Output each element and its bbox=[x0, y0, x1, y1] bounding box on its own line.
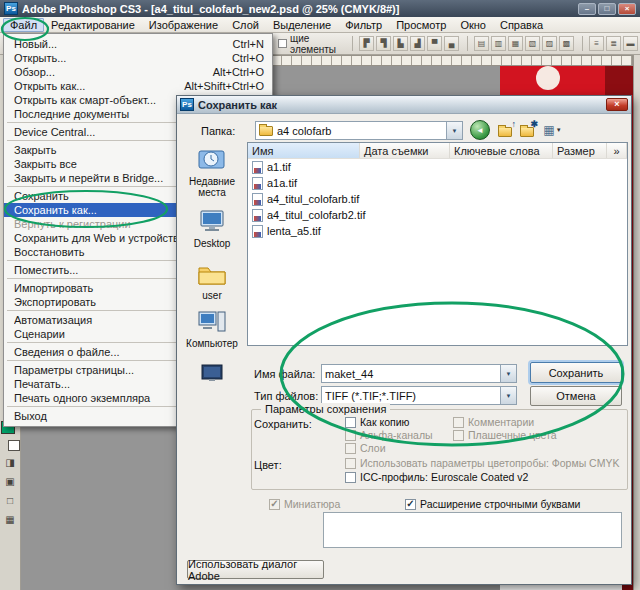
file-row[interactable]: a4_titul_colofarb2.tif bbox=[248, 207, 627, 223]
new-folder-icon[interactable]: ✱ bbox=[518, 120, 538, 140]
background-color-swatch[interactable] bbox=[8, 440, 20, 451]
place-label: user bbox=[202, 290, 221, 301]
menu-select[interactable]: Выделение bbox=[266, 18, 338, 32]
column-keywords[interactable]: Ключевые слова bbox=[450, 143, 553, 158]
save-button[interactable]: Сохранить bbox=[530, 362, 622, 383]
filetype-value: TIFF (*.TIF;*.TIFF) bbox=[325, 390, 500, 402]
align-icon[interactable]: ▙ bbox=[393, 36, 408, 51]
quick-mask-icon[interactable]: ◨ bbox=[2, 455, 19, 472]
as-copy-checkbox[interactable]: Как копию bbox=[345, 416, 409, 428]
filename-input[interactable]: maket_44 ▼ bbox=[321, 364, 517, 383]
menu-layer[interactable]: Слой bbox=[225, 18, 266, 32]
tiff-file-icon bbox=[252, 225, 263, 238]
dialog-ps-icon: Ps bbox=[180, 98, 194, 111]
chevron-down-icon[interactable]: ▼ bbox=[500, 387, 516, 404]
screen-mode-icon[interactable]: ▦ bbox=[2, 512, 19, 529]
place-desktop[interactable]: Desktop bbox=[181, 208, 243, 249]
folder-combo[interactable]: a4 colofarb ▼ bbox=[255, 121, 463, 140]
thumbnail-checkbox: ✓Миниатюра bbox=[269, 498, 340, 510]
checkbox-box bbox=[345, 472, 356, 483]
tiff-file-icon bbox=[252, 209, 263, 222]
distribute-icon[interactable]: ▩ bbox=[559, 36, 574, 51]
menu-file[interactable]: Файл bbox=[3, 18, 44, 32]
views-icon[interactable]: ▦ ▼ bbox=[540, 120, 565, 140]
menu-window[interactable]: Окно bbox=[453, 18, 493, 32]
description-field[interactable] bbox=[323, 512, 622, 548]
save-as-dialog: Ps Сохранить как × Папка: a4 colofarb ▼ … bbox=[176, 95, 632, 585]
column-size[interactable]: Размер bbox=[553, 143, 607, 158]
folder-glyph bbox=[498, 127, 512, 137]
cancel-button[interactable]: Отмена bbox=[530, 386, 622, 406]
dock-icon[interactable]: ≡ bbox=[589, 36, 604, 51]
checkbox-box: ✓ bbox=[405, 499, 416, 510]
checkbox-box: ✓ bbox=[269, 499, 280, 510]
screen-mode-icon[interactable]: □ bbox=[2, 493, 19, 510]
place-user[interactable]: user bbox=[181, 262, 243, 301]
image-fragment bbox=[500, 62, 633, 95]
menu-item-browse[interactable]: Обзор...Alt+Ctrl+O bbox=[4, 65, 272, 79]
lowercase-extension-checkbox[interactable]: ✓Расширение строчными буквами bbox=[405, 498, 580, 510]
checkbox-label: Плашечные цвета bbox=[468, 429, 557, 441]
menu-item-label: Новый... bbox=[14, 38, 221, 50]
chevron-down-icon[interactable]: ▼ bbox=[500, 365, 516, 382]
distribute-icon[interactable]: ▧ bbox=[525, 36, 540, 51]
color-section-label: Цвет: bbox=[254, 459, 282, 471]
checkbox-box bbox=[453, 430, 464, 441]
folder-label: Папка: bbox=[201, 125, 235, 137]
dock-icon[interactable]: ≣ bbox=[606, 36, 621, 51]
back-icon[interactable]: ◄ bbox=[470, 120, 490, 140]
column-chevron[interactable]: » bbox=[607, 143, 627, 158]
file-row[interactable]: lenta_a5.tif bbox=[248, 223, 627, 239]
menu-item-new[interactable]: Новый...Ctrl+N bbox=[4, 37, 272, 51]
photoshop-app-icon: Ps bbox=[4, 2, 18, 15]
vertical-scrollbar[interactable] bbox=[633, 55, 640, 590]
menu-help[interactable]: Справка bbox=[493, 18, 550, 32]
file-row[interactable]: a1.tif bbox=[248, 159, 627, 175]
menu-item-open-as[interactable]: Открыть как...Alt+Shift+Ctrl+O bbox=[4, 79, 272, 93]
file-row[interactable]: a4_titul_colofarb.tif bbox=[248, 191, 627, 207]
distribute-icon[interactable]: ▦ bbox=[508, 36, 523, 51]
close-button[interactable]: × bbox=[618, 3, 636, 15]
align-icon[interactable]: ▄ bbox=[444, 36, 459, 51]
place-recent-places[interactable]: Недавние места bbox=[181, 146, 243, 198]
distribute-icon[interactable]: ▨ bbox=[542, 36, 557, 51]
folder-combo-value: a4 colofarb bbox=[277, 125, 446, 137]
menu-edit[interactable]: Редактирование bbox=[44, 18, 142, 32]
dialog-close-button[interactable]: × bbox=[606, 98, 628, 111]
checkbox-label: ICC-профиль: Euroscale Coated v2 bbox=[360, 471, 528, 483]
menu-shortcut: Alt+Ctrl+O bbox=[213, 66, 264, 78]
align-icon[interactable]: ▟ bbox=[410, 36, 425, 51]
image-dark-block bbox=[605, 62, 633, 95]
column-date-taken[interactable]: Дата съемки bbox=[360, 143, 450, 158]
chevron-down-icon[interactable]: ▼ bbox=[446, 122, 462, 139]
menu-item-open[interactable]: Открыть...Ctrl+O bbox=[4, 51, 272, 65]
screen-mode-icon[interactable]: ▣ bbox=[2, 474, 19, 491]
minimize-button[interactable]: – bbox=[578, 3, 596, 15]
title-bar[interactable]: Ps Adobe Photoshop CS3 - [a4_titul_colof… bbox=[0, 0, 640, 17]
menu-filter[interactable]: Фильтр bbox=[338, 18, 389, 32]
checkbox-box bbox=[345, 417, 356, 428]
filename-value: maket_44 bbox=[325, 368, 500, 380]
recent-places-icon bbox=[197, 146, 227, 174]
distribute-icon[interactable]: ▤ bbox=[474, 36, 489, 51]
menu-view[interactable]: Просмотр bbox=[389, 18, 453, 32]
tiff-file-icon bbox=[252, 177, 263, 190]
icc-profile-checkbox[interactable]: ICC-профиль: Euroscale Coated v2 bbox=[345, 471, 528, 483]
place-computer[interactable]: Компьютер bbox=[181, 308, 243, 349]
show-transform-controls-checkbox[interactable]: щие элементы bbox=[278, 33, 346, 55]
place-network[interactable] bbox=[181, 362, 243, 388]
align-icon[interactable]: ▀ bbox=[427, 36, 442, 51]
dock-icon[interactable]: ▬ bbox=[623, 36, 638, 51]
dialog-title-bar[interactable]: Ps Сохранить как × bbox=[177, 96, 631, 114]
align-icon[interactable]: ▜ bbox=[376, 36, 391, 51]
up-folder-icon[interactable]: ↑ bbox=[496, 120, 516, 140]
align-icon[interactable]: ▛ bbox=[359, 36, 374, 51]
restore-button[interactable]: □ bbox=[598, 3, 616, 15]
use-adobe-dialog-button[interactable]: Использовать диалог Adobe bbox=[187, 560, 324, 579]
distribute-icon[interactable]: ▥ bbox=[491, 36, 506, 51]
file-row[interactable]: a1a.tif bbox=[248, 175, 627, 191]
menu-image[interactable]: Изображение bbox=[142, 18, 225, 32]
place-label: Недавние места bbox=[181, 176, 243, 198]
column-name[interactable]: Имя bbox=[248, 143, 360, 158]
menu-shortcut: Alt+Shift+Ctrl+O bbox=[184, 80, 264, 92]
